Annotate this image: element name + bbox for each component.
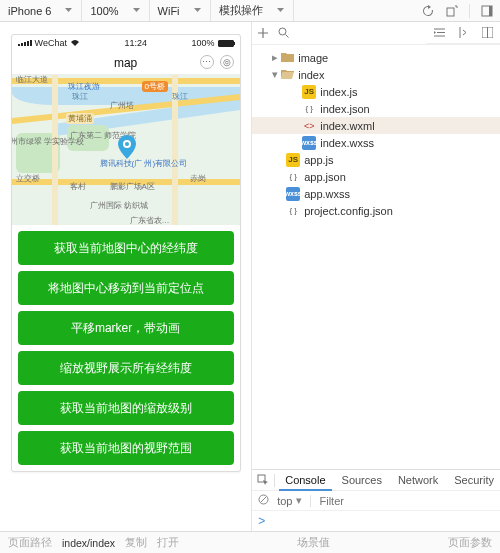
tree-file-app-js[interactable]: JS app.js — [252, 151, 500, 168]
include-points-button[interactable]: 缩放视野展示所有经纬度 — [18, 351, 234, 385]
button-label: 平移marker，带动画 — [71, 320, 180, 337]
svg-point-4 — [125, 142, 129, 146]
tree-folder-image[interactable]: ▸ image — [252, 49, 500, 66]
move-to-location-button[interactable]: 将地图中心移动到当前定位点 — [18, 271, 234, 305]
tree-folder-index[interactable]: ▾ index — [252, 66, 500, 83]
map-marker-icon[interactable] — [118, 135, 136, 159]
js-icon: JS — [286, 153, 300, 167]
map-label: 赤岗 — [190, 173, 206, 184]
layout-icon[interactable] — [480, 26, 494, 40]
tree-label: app.json — [304, 171, 346, 183]
plus-icon[interactable] — [258, 24, 268, 42]
ide-toolbar: iPhone 6 100% WiFi 模拟操作 — [0, 0, 500, 22]
tree-label: index.wxml — [320, 120, 374, 132]
map-label: 立交桥 — [16, 173, 40, 184]
scene-label[interactable]: 场景值 — [189, 536, 438, 550]
phone-navbar: map ⋯ ◎ — [12, 51, 240, 75]
wifi-icon — [70, 38, 80, 48]
tab-label: Network — [398, 474, 438, 486]
map-view[interactable]: 临江大道 珠江 珠江 黄埔涌 珠江夜游 广州塔 0号桥 州市绿翠 学实验学校 广… — [12, 75, 240, 225]
map-label: 广东省农… — [130, 215, 170, 225]
tree-label: index — [298, 69, 324, 81]
indent-icon[interactable] — [432, 26, 446, 40]
carrier-label: WeChat — [35, 38, 67, 48]
open-link[interactable]: 打开 — [157, 536, 179, 550]
devtools-tabs: Console Sources Network Security — [252, 469, 500, 491]
scope-dropdown[interactable]: top ▾ — [277, 494, 302, 507]
tree-label: project.config.json — [304, 205, 393, 217]
battery-icon — [218, 40, 234, 47]
editor-panel: ▸ image ▾ index JS index.js { } index.js… — [252, 22, 500, 531]
zoom-dropdown[interactable]: 100% — [82, 0, 149, 21]
button-label: 获取当前地图中心的经纬度 — [54, 240, 198, 257]
svg-rect-0 — [447, 8, 454, 16]
more-icon[interactable]: ⋯ — [200, 55, 214, 69]
map-label: 腾讯科技(广 州)有限公司 — [100, 159, 188, 168]
tree-file-app-json[interactable]: { } app.json — [252, 168, 500, 185]
button-label: 将地图中心移动到当前定位点 — [48, 280, 204, 297]
collapse-icon[interactable] — [456, 26, 470, 40]
device-label: iPhone 6 — [8, 5, 51, 17]
tree-file-app-wxss[interactable]: wxss app.wxss — [252, 185, 500, 202]
phone-statusbar: WeChat 11:24 100% — [12, 35, 240, 51]
translate-marker-button[interactable]: 平移marker，带动画 — [18, 311, 234, 345]
button-list: 获取当前地图中心的经纬度 将地图中心移动到当前定位点 平移marker，带动画 … — [12, 225, 240, 471]
svg-rect-2 — [489, 6, 492, 16]
separator — [469, 4, 470, 18]
tree-label: app.wxss — [304, 188, 350, 200]
tree-label: index.json — [320, 103, 370, 115]
prompt-icon: > — [258, 514, 265, 528]
tab-label: Sources — [342, 474, 382, 486]
tab-sources[interactable]: Sources — [336, 470, 388, 490]
network-dropdown[interactable]: WiFi — [150, 0, 211, 21]
scope-label: top — [277, 495, 292, 507]
map-label: 客村 — [70, 181, 86, 192]
simulator-panel: WeChat 11:24 100% map ⋯ ◎ — [0, 22, 252, 531]
json-icon: { } — [286, 170, 300, 184]
get-region-button[interactable]: 获取当前地图的视野范围 — [18, 431, 234, 465]
page-title: map — [114, 56, 137, 70]
tree-file-index-js[interactable]: JS index.js — [252, 83, 500, 100]
clear-console-icon[interactable] — [258, 494, 269, 507]
tree-file-index-wxml[interactable]: <> index.wxml — [252, 117, 500, 134]
refresh-icon[interactable] — [421, 4, 435, 18]
console-toolbar: top ▾ — [252, 491, 500, 511]
device-dropdown[interactable]: iPhone 6 — [0, 0, 82, 21]
chevron-down-icon: ▾ — [270, 68, 280, 81]
battery-pct: 100% — [192, 38, 215, 48]
inspect-icon[interactable] — [256, 473, 270, 487]
tree-file-project-config[interactable]: { } project.config.json — [252, 202, 500, 219]
tab-network[interactable]: Network — [392, 470, 444, 490]
filter-input[interactable] — [319, 495, 494, 507]
chevron-down-icon — [277, 8, 283, 14]
tree-label: app.js — [304, 154, 333, 166]
mock-dropdown[interactable]: 模拟操作 — [211, 0, 294, 21]
tab-security[interactable]: Security — [448, 470, 500, 490]
get-scale-button[interactable]: 获取当前地图的缩放级别 — [18, 391, 234, 425]
copy-link[interactable]: 复制 — [125, 536, 147, 550]
get-center-button[interactable]: 获取当前地图中心的经纬度 — [18, 231, 234, 265]
path-value: index/index — [62, 537, 115, 549]
wxml-icon: <> — [302, 119, 316, 133]
js-icon: JS — [302, 85, 316, 99]
wxss-icon: wxss — [302, 136, 316, 150]
tree-file-index-wxss[interactable]: wxss index.wxss — [252, 134, 500, 151]
dock-icon[interactable] — [480, 4, 494, 18]
tab-console[interactable]: Console — [279, 470, 331, 491]
params-label[interactable]: 页面参数 — [448, 536, 492, 550]
separator — [310, 495, 311, 507]
status-bar: 页面路径 index/index 复制 打开 场景值 页面参数 — [0, 531, 500, 553]
console-prompt[interactable]: > — [252, 511, 500, 531]
road — [52, 75, 58, 225]
target-icon[interactable]: ◎ — [220, 55, 234, 69]
map-label: 珠江 — [72, 91, 88, 102]
chevron-down-icon: ▾ — [296, 494, 302, 507]
tab-label: Console — [285, 474, 325, 486]
search-icon[interactable] — [278, 24, 289, 42]
chevron-right-icon: ▸ — [270, 51, 280, 64]
tree-label: image — [298, 52, 328, 64]
tree-file-index-json[interactable]: { } index.json — [252, 100, 500, 117]
signal-icon — [18, 40, 32, 46]
map-label: 珠江夜游 — [68, 81, 100, 92]
rotate-icon[interactable] — [445, 4, 459, 18]
